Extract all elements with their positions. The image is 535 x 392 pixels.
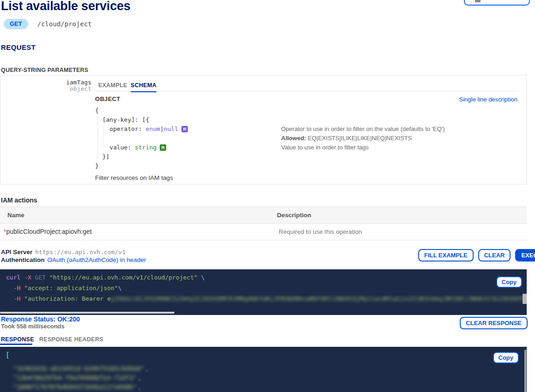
curl-line-1: curl -X GET "https://eu.api.ovh.com/v1/c…	[6, 274, 527, 282]
api-server-value: https://eu.api.ovh.com/v1	[35, 249, 126, 255]
server-info: API Serverhttps://eu.api.ovh.com/v1 Auth…	[1, 248, 146, 263]
response-status: Response Status: OK:200	[1, 315, 80, 323]
response-code-block: [ "32402d1b-ab13451d-b346f9185c6d9a8", "…	[0, 347, 527, 392]
tab-response-headers[interactable]: RESPONSE HEADERS	[39, 336, 103, 343]
iam-action-description: Required to use this operation	[279, 228, 362, 235]
curl-code-block: curl -X GET "https://eu.api.ovh.com/v1/c…	[0, 269, 527, 315]
param-name-column: iamTags object	[0, 79, 91, 92]
clear-button[interactable]: CLEAR	[478, 249, 511, 261]
vertical-scrollbar[interactable]	[524, 350, 526, 392]
schema-line-operator: operator: enum|nullR	[95, 125, 188, 134]
toolbar-button[interactable]	[464, 0, 530, 6]
response-masked-line: "32402d1b-ab13451d-b346f9185c6d9a8",	[13, 365, 149, 374]
schema-type-label: OBJECT	[95, 95, 120, 102]
json-open-bracket: [	[6, 351, 10, 359]
tab-example[interactable]: EXAMPLE	[98, 82, 127, 89]
active-tab-underline	[0, 344, 32, 345]
schema-line: }]	[95, 152, 188, 161]
tab-response[interactable]: RESPONSE	[1, 336, 34, 343]
column-header-name: Name	[7, 212, 24, 219]
http-method-badge: GET	[4, 19, 28, 29]
schema-line-blank	[95, 134, 188, 143]
fill-example-button[interactable]: FILL EXAMPLE	[418, 249, 474, 261]
table-header-row: Name Description	[0, 207, 527, 224]
string-token: string	[135, 144, 156, 151]
allowed-values-line: Allowed: EQ|EXISTS|ILIKE|LIKE|NEQ|NEXIST…	[281, 134, 445, 143]
api-server-line: API Serverhttps://eu.api.ovh.com/v1	[1, 248, 146, 256]
toolbar-icon	[475, 0, 481, 2]
schema-line: [any-key]: [{	[95, 115, 188, 125]
request-section-title: REQUEST	[1, 43, 36, 51]
curl-line-2: -H "accept: application/json"\	[6, 285, 527, 293]
iam-actions-title: IAM actions	[1, 196, 37, 204]
column-header-description: Description	[277, 212, 311, 219]
table-row: *publicCloudProject:apiovh:get Required …	[0, 224, 527, 240]
masked-bearer-token: yJhbGciOiJFUzM4NCIsImtpZCI6IkVDRTk3MDg0Q…	[111, 295, 527, 302]
execute-button[interactable]: EXECUTE	[515, 249, 535, 261]
token-edge-cap	[523, 294, 527, 304]
api-server-label: API Server	[1, 249, 32, 255]
schema-code: { [any-key]: [{ operator: enum|nullR val…	[95, 106, 188, 171]
required-badge-icon: R	[160, 144, 166, 151]
endpoint-row: GET /cloud/project	[4, 19, 92, 29]
iam-actions-table: Name Description *publicCloudProject:api…	[0, 207, 527, 240]
iam-action-name: *publicCloudProject:apiovh:get	[4, 228, 92, 235]
page-title: List available services	[1, 0, 131, 13]
single-line-description-link[interactable]: Single line description	[459, 96, 517, 103]
param-name: iamTags	[0, 79, 91, 86]
response-duration: Took 558 milliseconds	[1, 323, 65, 330]
param-type: object	[0, 86, 91, 92]
query-string-params-label: QUERY-STRING PARAMETERS	[1, 67, 88, 73]
response-masked-line: "13b4f8b29fb4-f9af0908bfa3-f1df3",	[13, 374, 141, 383]
oauth-link[interactable]: OAuth (oAuth2AuthCode) in header	[48, 256, 146, 263]
action-buttons: FILL EXAMPLE CLEAR EXECUTE	[418, 249, 535, 261]
param-description: Filter resources on IAM tags	[95, 174, 173, 181]
schema-line: }	[95, 161, 188, 171]
required-badge-icon: R	[181, 126, 188, 132]
enum-token: enum	[146, 125, 160, 132]
response-masked-line: "1806f17bf87b4b04373d4ba117a998b",	[13, 383, 141, 392]
authentication-label: Authentication	[1, 256, 45, 263]
copy-curl-button[interactable]: Copy	[496, 276, 523, 288]
curl-line-3: -H "authorization: Bearer eyJhbGciOiJFUz…	[6, 295, 527, 303]
clear-response-button[interactable]: CLEAR RESPONSE	[460, 317, 528, 329]
null-token: null	[164, 125, 178, 132]
api-console-page: List available services GET /cloud/proje…	[0, 0, 535, 392]
copy-response-button[interactable]: Copy	[493, 352, 519, 363]
iamtags-param-panel: iamTags object EXAMPLE SCHEMA OBJECT Sin…	[0, 75, 527, 184]
horizontal-scrollbar[interactable]	[0, 312, 174, 314]
schema-line: {	[95, 106, 188, 115]
value-description: Value to use in order to filter tags	[281, 143, 445, 152]
schema-docs: Operator to use in order to filter on th…	[281, 125, 445, 152]
operator-description: Operator to use in order to filter on th…	[281, 125, 445, 134]
authentication-line: AuthenticationOAuth (oAuth2AuthCode) in …	[1, 256, 146, 264]
endpoint-path: /cloud/project	[37, 20, 92, 28]
tabs-divider	[95, 91, 519, 91]
schema-line-value: value: stringR	[95, 143, 188, 152]
